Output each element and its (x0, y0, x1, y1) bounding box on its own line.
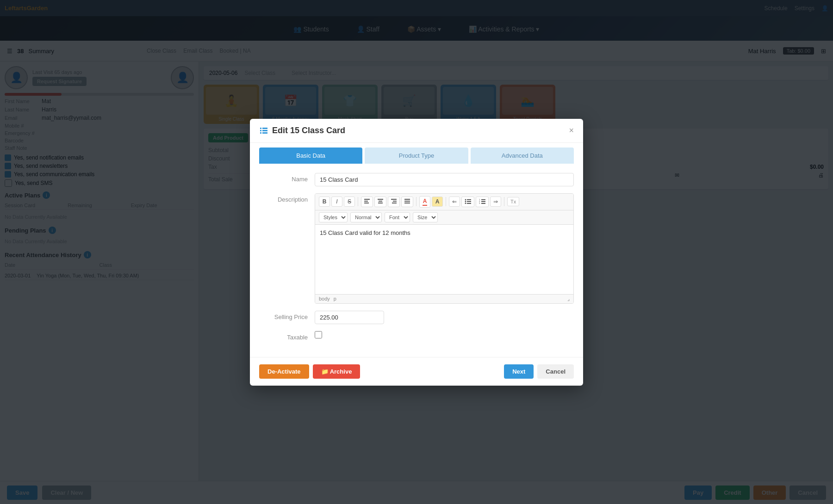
modal-footer: De-Activate 📁 Archive Next Cancel (250, 357, 583, 386)
taxable-row: Taxable (259, 331, 574, 341)
svg-point-22 (465, 203, 466, 204)
svg-rect-10 (379, 201, 382, 202)
svg-rect-15 (404, 199, 410, 200)
modal-footer-right: Next Cancel (504, 364, 574, 379)
svg-rect-1 (262, 128, 267, 129)
svg-rect-11 (378, 203, 383, 203)
rte-sep-4 (504, 197, 504, 206)
rte-font-select[interactable]: Font (385, 212, 410, 222)
modal-body: Name Description B I S (250, 164, 583, 357)
rte-bold[interactable]: B (319, 197, 330, 207)
svg-rect-23 (467, 203, 471, 204)
rte-toolbar-1: B I S (315, 194, 573, 210)
rte-justify[interactable] (401, 197, 413, 207)
modal-tabs: Basic Data Product Type Advanced Data (250, 143, 583, 164)
description-row: Description B I S (259, 193, 574, 304)
svg-rect-9 (378, 199, 383, 200)
svg-rect-29 (481, 203, 485, 204)
svg-rect-27 (481, 201, 485, 202)
name-label: Name (259, 173, 315, 183)
rte-content-area[interactable]: 15 Class Card valid for 12 months (315, 225, 573, 294)
svg-rect-0 (260, 128, 261, 129)
selling-price-input[interactable] (315, 311, 384, 324)
description-label: Description (259, 193, 315, 203)
svg-point-20 (465, 201, 466, 202)
svg-rect-14 (392, 203, 397, 203)
name-row: Name (259, 173, 574, 186)
tab-advanced-data[interactable]: Advanced Data (471, 148, 574, 164)
svg-rect-3 (262, 130, 267, 131)
rte-footer-p: p (334, 296, 336, 301)
rte-toolbar-2: Styles Normal Font Size (315, 210, 573, 225)
svg-rect-16 (404, 201, 410, 202)
svg-rect-8 (364, 203, 369, 203)
modal: Edit 15 Class Card × Basic Data Product … (250, 119, 583, 386)
rte-sep-1 (358, 197, 358, 206)
rte-font-color[interactable]: A (419, 196, 430, 208)
rte-sep-3 (446, 197, 446, 206)
svg-text:3.: 3. (479, 202, 480, 204)
svg-rect-13 (393, 201, 397, 202)
rte-list-unordered[interactable] (461, 197, 474, 207)
selling-price-row: Selling Price (259, 311, 574, 324)
svg-rect-17 (404, 203, 410, 203)
rte-clear-format[interactable]: Tx (507, 197, 519, 206)
rte-align-center[interactable] (374, 197, 386, 207)
rte-text: 15 Class Card valid for 12 months (320, 229, 569, 236)
rte-italic[interactable]: I (331, 197, 342, 207)
tab-basic-data[interactable]: Basic Data (259, 148, 362, 164)
tab-product-type[interactable]: Product Type (365, 148, 468, 164)
modal-title: Edit 15 Class Card (259, 126, 345, 135)
svg-rect-19 (467, 199, 471, 200)
deactivate-button[interactable]: De-Activate (259, 364, 309, 379)
svg-rect-25 (481, 199, 485, 200)
rte-indent-less[interactable]: ⇐ (449, 197, 460, 207)
archive-icon: 📁 (321, 368, 329, 375)
taxable-checkbox[interactable] (315, 331, 322, 338)
rte-resize-handle[interactable]: ⌟ (567, 296, 570, 302)
modal-header: Edit 15 Class Card × (250, 119, 583, 143)
name-input[interactable] (315, 173, 574, 186)
rte-styles-select[interactable]: Styles (319, 212, 348, 222)
svg-rect-5 (262, 132, 267, 134)
next-button[interactable]: Next (504, 364, 534, 379)
rte-footer-body: body (319, 296, 330, 301)
rte-sep-2 (416, 197, 416, 206)
rte-normal-select[interactable]: Normal (350, 212, 382, 222)
modal-overlay: Edit 15 Class Card × Basic Data Product … (0, 0, 833, 504)
rich-text-editor: B I S (315, 193, 574, 304)
rte-highlight[interactable]: A (432, 197, 443, 207)
rte-strikethrough[interactable]: S (344, 197, 355, 207)
svg-rect-7 (364, 201, 368, 202)
taxable-label: Taxable (259, 331, 315, 341)
rte-indent-more[interactable]: ⇒ (490, 197, 501, 207)
archive-button[interactable]: 📁 Archive (313, 364, 361, 379)
rte-footer: body p ⌟ (315, 294, 573, 303)
svg-rect-21 (467, 201, 471, 202)
selling-price-label: Selling Price (259, 311, 315, 320)
modal-close-button[interactable]: × (569, 126, 574, 135)
rte-size-select[interactable]: Size (413, 212, 438, 222)
rte-list-ordered[interactable]: 1.2.3. (476, 197, 489, 207)
rte-align-right[interactable] (388, 197, 400, 207)
svg-rect-12 (391, 199, 397, 200)
list-icon (259, 126, 268, 135)
svg-rect-2 (260, 130, 261, 131)
cancel-modal-button[interactable]: Cancel (537, 364, 574, 379)
rte-align-left[interactable] (361, 197, 373, 207)
svg-rect-6 (364, 199, 370, 200)
svg-rect-4 (260, 132, 261, 134)
modal-footer-left: De-Activate 📁 Archive (259, 364, 360, 379)
svg-point-18 (465, 199, 466, 200)
